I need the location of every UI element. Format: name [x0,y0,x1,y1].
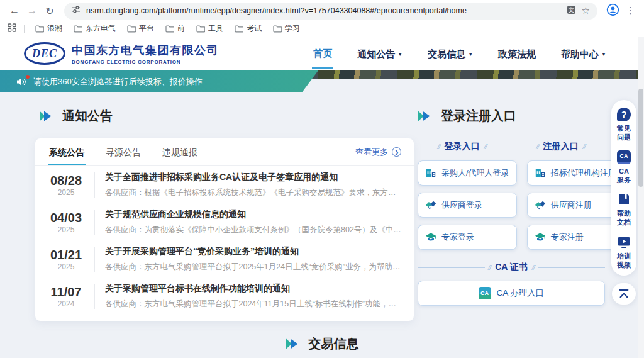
dec-logo-oval: DEC [24,42,65,65]
translate-icon[interactable]: 文 [567,5,576,17]
trade-section-title: 交易信息 [286,335,359,352]
help-docs-rail-button[interactable]: 帮助 文档 [617,193,631,227]
notice-year: 2025 [48,225,84,234]
buyer-agent-login-button[interactable]: 采购人/代理人登录 [418,160,517,186]
chevron-down-icon: ▼ [601,52,606,57]
bookmark-folder[interactable]: 考试 [229,21,267,36]
supplier-login-button[interactable]: 供应商登录 [418,193,517,218]
notice-year: 2025 [48,262,84,271]
folder-icon [165,25,174,33]
ca-cert-header: // CA 证书 // [418,262,605,273]
site-settings-icon[interactable] [72,5,80,16]
handshake-icon [425,199,436,211]
bookmark-folder[interactable]: 学习 [267,21,306,36]
video-icon [617,235,631,249]
notice-title[interactable]: 关于规范供应商企业规模信息的通知 [105,209,401,220]
bookmark-folder[interactable]: 平台 [121,21,160,36]
ca-service-rail-button[interactable]: CA CA 服务 [617,150,631,185]
expert-login-button[interactable]: 专家登录 [418,225,517,250]
nav-policies[interactable]: 政策法规 [497,39,537,68]
tab-system-notices[interactable]: 系统公告 [48,139,86,165]
reload-icon[interactable]: ↻ [42,3,58,19]
browser-notice-bar: 请使用360安全浏览器进行后续投标、报价操作 [0,70,318,92]
notice-date: 11/07 [48,285,84,299]
question-icon: ? [617,108,631,121]
notice-title[interactable]: 关于开展采购管理平台“竞价采购业务”培训的通知 [105,246,401,257]
divider [24,25,25,33]
notice-list-item[interactable]: 01/21 2025 关于开展采购管理平台“竞价采购业务”培训的通知 各供应商：… [35,240,414,277]
bidding-agency-register-button[interactable]: 招标代理机构注册 [527,160,624,186]
notice-desc: 各供应商：东方电气采购管理平台拟于2025年1月24日上线“竞价采购”业务，为帮… [105,262,401,272]
ca-icon: CA [617,150,631,164]
ca-apply-button[interactable]: CA CA 办理入口 [418,281,605,306]
back-to-top-button[interactable] [612,283,636,305]
building-icon [535,167,546,179]
tab-violation-reports[interactable]: 违规通报 [161,139,199,165]
profile-icon[interactable] [606,3,619,19]
company-logo[interactable]: DEC 中国东方电气集团有限公司 DONGFANG ELECTRIC CORPO… [24,42,219,65]
bookmark-star-icon[interactable]: ☆ [582,5,590,16]
notice-year: 2024 [48,299,84,308]
nav-trade-info[interactable]: 交易信息▼ [426,39,474,68]
notice-title[interactable]: 关于采购管理平台标书在线制作功能培训的通知 [105,283,401,294]
scrollbar-thumb[interactable] [638,89,643,187]
divider [94,247,95,272]
notice-date: 08/28 [48,174,84,188]
divider [94,210,95,235]
browser-toolbar: ← → ↻ nsrm.dongfang.com/platform/runtime… [0,0,644,21]
notices-card: 系统公告 寻源公告 违规通报 查看更多 ❯ 08/28 2025 关于全面推进非… [35,138,414,321]
back-to-top-icon [618,289,630,299]
nav-home[interactable]: 首页 [312,38,333,69]
chevron-down-icon: ▼ [397,52,402,57]
company-name-cn: 中国东方电气集团有限公司 [72,43,219,58]
notice-desc: 各供应商：东方电气采购管理平台拟于2024年11月15日上线“标书在线制作”功能… [105,299,401,310]
bookmark-folder[interactable]: 东方电气 [68,21,121,36]
view-more-link[interactable]: 查看更多 ❯ [355,147,401,158]
notice-list-item[interactable]: 08/28 2025 关于全面推进非招标采购业务CA认证及电子签章应用的通知 各… [35,166,414,203]
building-icon [425,167,436,179]
notices-section-title: 通知公告 [39,108,414,125]
address-bar[interactable]: nsrm.dongfang.com/platform/runtime/epp/d… [64,3,597,20]
notice-year: 2025 [48,188,84,197]
expert-register-button[interactable]: 专家注册 [527,225,624,250]
folder-icon [273,25,282,33]
circle-arrow-icon: ❯ [392,147,401,157]
notice-list-item[interactable]: 11/07 2024 关于采购管理平台标书在线制作功能培训的通知 各供应商：东方… [35,277,414,315]
back-icon[interactable]: ← [6,3,23,19]
folder-icon [196,25,205,33]
company-name-en: DONGFANG ELECTRIC CORPORATION [72,59,219,65]
forward-icon[interactable]: → [24,3,40,19]
training-videos-rail-button[interactable]: 培训 视频 [617,235,631,270]
graduation-cap-icon [535,232,546,243]
bookmarks-bar: 浪潮 东方电气 平台 前 工具 考试 学习 [0,21,644,36]
bookmark-folder[interactable]: 工具 [191,21,229,36]
page-main: 通知公告 系统公告 寻源公告 违规通报 查看更多 ❯ 08/28 2025 [0,92,644,358]
nav-notices[interactable]: 通知公告▼ [356,39,404,68]
chrome-menu-icon[interactable]: ⋮ [626,5,635,16]
notice-bar-text: 请使用360安全浏览器进行后续投标、报价操作 [33,76,203,87]
supplier-register-button[interactable]: 供应商注册 [527,193,624,218]
ca-icon: CA [479,287,491,299]
tab-sourcing-notices[interactable]: 寻源公告 [104,139,142,165]
page-scrollbar[interactable] [638,37,644,358]
notice-tabs: 系统公告 寻源公告 违规通报 [48,139,355,165]
svg-text:文: 文 [569,7,574,13]
faq-rail-button[interactable]: ? 常见 问题 [617,108,631,142]
notice-title[interactable]: 关于全面推进非招标采购业务CA认证及电子签章应用的通知 [105,172,401,183]
register-entry-header: // 注册入口 // [516,141,605,152]
notice-list-item[interactable]: 04/03 2025 关于规范供应商企业规模信息的通知 各供应商：为贯彻落实《保… [35,203,414,240]
document-icon [617,193,631,206]
bookmark-folder[interactable]: 前 [160,21,191,36]
apps-grid-icon[interactable] [5,23,19,35]
notification-dot [26,75,30,79]
login-entry-header: // 登录入口 // [418,141,506,152]
nav-help-center[interactable]: 帮助中心▼ [560,39,608,68]
main-nav: 首页 通知公告▼ 交易信息▼ 政策法规 帮助中心▼ [312,38,608,69]
notice-date: 01/21 [48,248,84,262]
notices-section: 通知公告 系统公告 寻源公告 违规通报 查看更多 ❯ 08/28 2025 [35,108,414,321]
bookmark-folder[interactable]: 浪潮 [30,21,68,36]
folder-icon [235,25,243,33]
divider [94,284,95,309]
handshake-icon [535,199,546,211]
url-text[interactable]: nsrm.dongfang.com/platform/runtime/epp/d… [86,6,561,15]
